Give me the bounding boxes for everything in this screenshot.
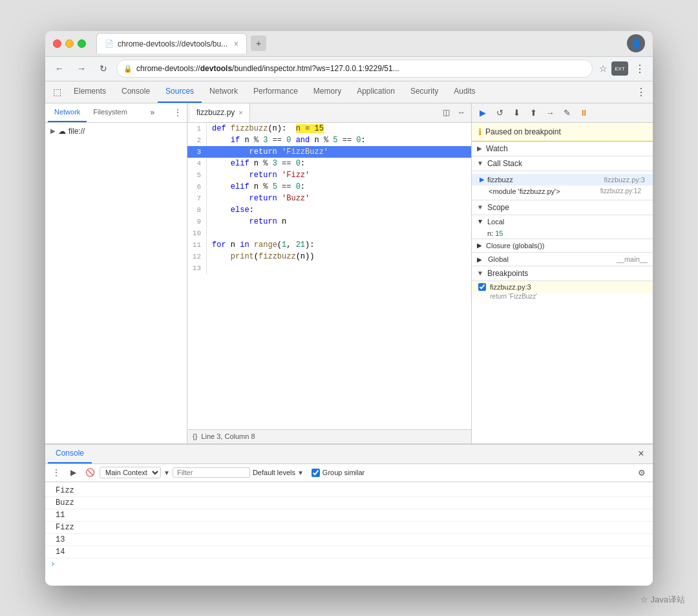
editor-toggle-btn[interactable]: ◫ xyxy=(439,105,453,120)
scope-global-val: __main__ xyxy=(617,255,648,263)
console-settings-button[interactable]: ⚙ xyxy=(635,465,649,480)
stack-arrow-icon: ▶ xyxy=(480,176,485,183)
devtools-tabs-more[interactable]: ⋮ xyxy=(632,81,650,103)
console-line-13: 13 xyxy=(45,534,653,546)
forward-button[interactable]: → xyxy=(72,59,90,78)
line-content-5: return 'Fizz' xyxy=(207,169,471,181)
stack-name-module: <module 'fizzbuzz.py'> xyxy=(489,187,600,195)
watch-section-header[interactable]: ▶ Watch xyxy=(472,142,653,156)
stack-item-fizzbuzz[interactable]: ▶ fizzbuzz fizzbuzz.py:3 xyxy=(472,174,653,186)
console-group-similar-label: Group similar xyxy=(323,469,365,476)
scope-global-header[interactable]: ▶ Global __main__ xyxy=(472,253,653,266)
tab-audits[interactable]: Audits xyxy=(446,81,483,103)
debug-step-over-btn[interactable]: ↺ xyxy=(492,105,507,120)
back-button[interactable]: ← xyxy=(50,59,69,78)
bookmark-button[interactable]: ☆ xyxy=(599,63,608,74)
file-tree: ▶ ☁ file:// xyxy=(45,123,187,443)
line-content-10 xyxy=(207,228,471,239)
callstack-section-header[interactable]: ▼ Call Stack xyxy=(472,156,653,171)
devtools-inspect-icon[interactable]: ⬚ xyxy=(48,81,66,103)
breakpoints-arrow-icon: ▼ xyxy=(477,270,483,277)
code-line-9: 9 return n xyxy=(187,216,471,228)
debug-resume-btn[interactable]: ▶ xyxy=(476,105,490,120)
scope-local-arrow: ▼ xyxy=(477,218,483,225)
console-filter-input[interactable] xyxy=(173,467,250,478)
line-content-1: def fizzbuzz(n): n = 15 xyxy=(207,123,471,134)
console-context-select[interactable]: Main Context xyxy=(100,467,161,478)
console-close-button[interactable]: × xyxy=(632,445,650,463)
scope-local-header[interactable]: ▼ Local xyxy=(472,215,653,228)
code-area[interactable]: 1 def fizzbuzz(n): n = 15 2 if n % 3 == … xyxy=(187,123,471,429)
editor-tab-close[interactable]: × xyxy=(238,109,242,116)
minimize-button[interactable] xyxy=(65,39,74,48)
debug-deactivate-btn[interactable]: ✎ xyxy=(560,105,574,120)
scope-section-header[interactable]: ▼ Scope xyxy=(472,200,653,215)
lock-icon: 🔒 xyxy=(123,65,132,73)
extension-button[interactable]: EXT xyxy=(611,61,628,76)
debug-step-out-btn[interactable]: ⬆ xyxy=(526,105,540,120)
maximize-button[interactable] xyxy=(78,39,86,48)
editor-tab-bar: fizzbuzz.py × ◫ ↔ xyxy=(187,103,471,123)
tab-sources[interactable]: Sources xyxy=(158,81,202,103)
code-line-4: 4 elif n % 3 == 0: xyxy=(187,158,471,169)
line-content-8: else: xyxy=(207,204,471,216)
breakpoint-checkbox-1[interactable] xyxy=(478,283,486,291)
sidebar-tab-network[interactable]: Network xyxy=(48,103,87,123)
scope-closure-header[interactable]: ▶ Closure (globals()) xyxy=(472,239,653,252)
line-content-11: for n in range(1, 21): xyxy=(207,239,471,251)
close-button[interactable] xyxy=(53,39,61,48)
console-tab-console[interactable]: Console xyxy=(48,444,92,463)
devtools-body: Network Filesystem » ⋮ ▶ ☁ file:// xyxy=(45,103,653,443)
tab-security[interactable]: Security xyxy=(403,81,446,103)
debug-step-into-btn[interactable]: ⬇ xyxy=(509,105,524,120)
profile-icon[interactable]: 👤 xyxy=(627,34,645,52)
scope-global-arrow: ▶ xyxy=(477,256,482,263)
editor-tab-fizzbuzz[interactable]: fizzbuzz.py × xyxy=(190,103,250,123)
tab-close-button[interactable]: × xyxy=(234,39,238,48)
sidebar-options-button[interactable]: ⋮ xyxy=(171,108,184,117)
scope-local-n: n: 15 xyxy=(472,228,653,239)
url-bold: devtools xyxy=(200,64,232,73)
code-line-13: 13 xyxy=(187,262,471,274)
tab-memory[interactable]: Memory xyxy=(306,81,349,103)
sidebar-tab-more[interactable]: » xyxy=(148,108,158,117)
browser-tab[interactable]: 📄 chrome-devtools://devtools/bu... × xyxy=(96,33,247,54)
tab-console[interactable]: Console xyxy=(114,81,158,103)
scope-var-val: 15 xyxy=(495,229,503,237)
stack-item-module[interactable]: <module 'fizzbuzz.py'> fizzbuzz.py:12 xyxy=(472,186,653,197)
console-options-btn[interactable]: ⋮ xyxy=(49,465,63,480)
editor-tab-label: fizzbuzz.py xyxy=(196,108,235,117)
editor-format-btn[interactable]: ↔ xyxy=(454,105,469,120)
console-prompt[interactable]: › xyxy=(45,558,653,570)
console-output: Fizz Buzz 11 Fizz 13 14 › xyxy=(45,482,653,586)
debug-pause-btn[interactable]: ⏸ xyxy=(576,105,591,120)
tree-item-file[interactable]: ▶ ☁ file:// xyxy=(45,125,187,137)
line-content-3: return 'FizzBuzz' xyxy=(207,146,471,158)
tab-application[interactable]: Application xyxy=(349,81,403,103)
title-bar: 📄 chrome-devtools://devtools/bu... × + 👤 xyxy=(45,31,653,57)
code-line-3: 3 return 'FizzBuzz' xyxy=(187,146,471,158)
devtools-tab-bar: ⬚ Elements Console Sources Network Perfo… xyxy=(45,81,653,103)
sidebar-tab-filesystem[interactable]: Filesystem xyxy=(87,103,134,123)
reload-button[interactable]: ↻ xyxy=(94,59,112,78)
tab-elements[interactable]: Elements xyxy=(66,81,114,103)
scope-closure-label: Closure (globals()) xyxy=(486,242,544,250)
tab-area: 📄 chrome-devtools://devtools/bu... × + xyxy=(96,33,622,54)
console-group-similar-checkbox[interactable] xyxy=(312,469,320,477)
tab-favicon: 📄 xyxy=(105,39,114,48)
url-bar[interactable]: 🔒 chrome-devtools://devtools/bundled/ins… xyxy=(116,59,593,78)
breakpoints-section-header[interactable]: ▼ Breakpoints xyxy=(472,266,653,281)
new-tab-button[interactable]: + xyxy=(251,36,266,51)
browser-menu-button[interactable]: ⋮ xyxy=(632,63,648,75)
console-run-btn[interactable]: ▶ xyxy=(66,465,80,480)
tab-network[interactable]: Network xyxy=(202,81,246,103)
code-line-10: 10 xyxy=(187,228,471,239)
title-bar-actions: 👤 xyxy=(627,34,645,52)
line-num-4: 4 xyxy=(187,158,207,169)
line-num-10: 10 xyxy=(187,228,207,239)
debug-step-btn[interactable]: → xyxy=(543,105,557,120)
breakpoint-message: Paused on breakpoint xyxy=(485,127,561,136)
console-block-btn[interactable]: 🚫 xyxy=(83,465,97,480)
tab-performance[interactable]: Performance xyxy=(246,81,306,103)
code-line-2: 2 if n % 3 == 0 and n % 5 == 0: xyxy=(187,134,471,146)
